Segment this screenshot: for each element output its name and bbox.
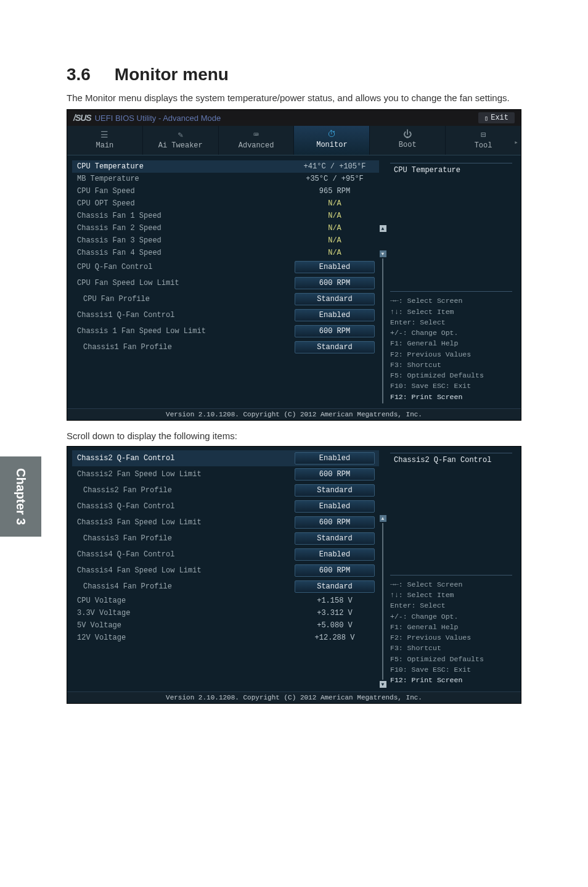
row-label: CPU Fan Speed: [73, 187, 292, 196]
tab-main[interactable]: ☰Main: [67, 126, 143, 155]
tab-label: Advanced: [239, 141, 274, 150]
setting-row[interactable]: 5V Voltage+5.080 V: [72, 619, 379, 632]
bios-window-1: /SUS UEFI BIOS Utility - Advanced Mode ▯…: [67, 109, 521, 421]
setting-row[interactable]: Chassis3 Fan ProfileStandard: [72, 530, 379, 547]
scroll-up-icon[interactable]: ▲: [380, 515, 386, 522]
row-value[interactable]: 600 RPM: [292, 468, 378, 481]
section-name: Monitor menu: [115, 65, 229, 84]
row-value[interactable]: 600 RPM: [292, 325, 378, 337]
row-label: CPU OPT Speed: [73, 199, 292, 208]
scroll-down-icon[interactable]: ▼: [380, 681, 386, 688]
row-label: 12V Voltage: [73, 633, 292, 642]
row-value: 965 RPM: [292, 187, 378, 196]
setting-row[interactable]: CPU Fan Speed965 RPM: [72, 185, 379, 197]
help-line: F1: General Help: [390, 338, 512, 349]
help-line: +/-: Change Opt.: [390, 328, 512, 338]
row-label: Chassis3 Fan Profile: [73, 534, 292, 543]
setting-row[interactable]: Chassis4 Fan ProfileStandard: [72, 579, 379, 595]
row-value[interactable]: Standard: [292, 341, 378, 353]
help-title-2: Chassis2 Q-Fan Control: [390, 453, 512, 467]
row-label: Chassis1 Fan Profile: [73, 343, 292, 352]
row-value[interactable]: Enabled: [292, 500, 378, 513]
help-line: F12: Print Screen: [390, 392, 512, 402]
advanced-icon: ⌨: [219, 130, 294, 140]
setting-row[interactable]: Chassis4 Fan Speed Low Limit600 RPM: [72, 563, 379, 579]
scroll-track[interactable]: ▲ ▼: [379, 160, 386, 405]
help-box: →←: Select Screen↑↓: Select ItemEnter: S…: [390, 291, 512, 402]
tab-label: Tool: [475, 141, 492, 150]
help-panel: CPU Temperature →←: Select Screen↑↓: Sel…: [386, 160, 516, 405]
setting-row[interactable]: CPU Temperature+41°C / +105°F: [72, 160, 379, 173]
row-value: N/A: [292, 249, 378, 257]
row-value[interactable]: 600 RPM: [292, 564, 378, 577]
bios-window-2: Chassis2 Q-Fan ControlEnabledChassis2 Fa…: [67, 446, 521, 704]
help-line: F2: Previous Values: [390, 632, 512, 643]
tab-advanced[interactable]: ⌨Advanced: [219, 126, 295, 155]
row-value[interactable]: Enabled: [292, 309, 378, 321]
setting-row[interactable]: Chassis Fan 1 SpeedN/A: [72, 210, 379, 222]
setting-row[interactable]: Chassis4 Q-Fan ControlEnabled: [72, 547, 379, 563]
row-value: N/A: [292, 236, 378, 245]
setting-row[interactable]: Chassis2 Q-Fan ControlEnabled: [72, 450, 379, 466]
setting-row[interactable]: Chassis Fan 2 SpeedN/A: [72, 222, 379, 234]
row-label: Chassis Fan 1 Speed: [73, 212, 292, 220]
row-value[interactable]: Standard: [292, 484, 378, 497]
setting-row[interactable]: 12V Voltage+12.288 V: [72, 632, 379, 644]
settings-panel-2: Chassis2 Q-Fan ControlEnabledChassis2 Fa…: [72, 450, 379, 688]
setting-row[interactable]: Chassis2 Fan ProfileStandard: [72, 482, 379, 498]
row-label: Chassis Fan 4 Speed: [73, 249, 292, 257]
setting-row[interactable]: Chassis Fan 3 SpeedN/A: [72, 234, 379, 247]
boot-icon: ⏻: [370, 130, 445, 139]
scroll-up-icon[interactable]: ▲: [380, 225, 386, 232]
setting-row[interactable]: Chassis1 Fan ProfileStandard: [72, 339, 379, 355]
tab-ai-tweaker[interactable]: ✎Ai Tweaker: [143, 126, 219, 155]
row-label: Chassis1 Q-Fan Control: [73, 311, 292, 320]
row-value[interactable]: 600 RPM: [292, 277, 378, 289]
row-value[interactable]: Standard: [292, 532, 378, 545]
row-value[interactable]: Standard: [292, 580, 378, 593]
bios-titlebar: /SUS UEFI BIOS Utility - Advanced Mode ▯…: [67, 110, 521, 126]
help-line: ↑↓: Select Item: [390, 307, 512, 317]
setting-row[interactable]: Chassis Fan 4 SpeedN/A: [72, 247, 379, 259]
setting-row[interactable]: CPU Fan Speed Low Limit600 RPM: [72, 275, 379, 291]
setting-row[interactable]: CPU Fan ProfileStandard: [72, 291, 379, 307]
row-value[interactable]: Enabled: [292, 548, 378, 561]
tab-monitor[interactable]: ⏱Monitor: [294, 126, 370, 155]
tab-boot[interactable]: ⏻Boot: [370, 126, 446, 155]
brand-logo: /SUS: [73, 113, 91, 123]
help-line: F12: Print Screen: [390, 675, 512, 685]
setting-row[interactable]: Chassis2 Fan Speed Low Limit600 RPM: [72, 466, 379, 482]
help-line: Enter: Select: [390, 600, 512, 611]
setting-row[interactable]: MB Temperature+35°C / +95°F: [72, 173, 379, 185]
scroll-track-2[interactable]: ▲ ▼: [379, 450, 386, 688]
help-line: ↑↓: Select Item: [390, 590, 512, 600]
help-line: →←: Select Screen: [390, 295, 512, 306]
row-value[interactable]: Enabled: [292, 452, 378, 464]
setting-row[interactable]: 3.3V Voltage+3.312 V: [72, 607, 379, 619]
help-line: F5: Optimized Defaults: [390, 654, 512, 664]
exit-label: Exit: [491, 113, 508, 122]
row-label: Chassis3 Fan Speed Low Limit: [73, 518, 292, 527]
row-value[interactable]: Standard: [292, 293, 378, 305]
setting-row[interactable]: CPU OPT SpeedN/A: [72, 197, 379, 210]
row-value[interactable]: Enabled: [292, 261, 378, 273]
setting-row[interactable]: Chassis 1 Fan Speed Low Limit600 RPM: [72, 323, 379, 339]
row-value: N/A: [292, 224, 378, 233]
ai-tweaker-icon: ✎: [143, 130, 218, 140]
chapter-tab: Chapter 3: [0, 456, 41, 537]
tab-tool[interactable]: ⊟Tool: [446, 126, 521, 155]
row-label: CPU Fan Speed Low Limit: [73, 279, 292, 287]
exit-button[interactable]: ▯ Exit: [478, 112, 515, 123]
row-value[interactable]: 600 RPM: [292, 516, 378, 529]
tab-bar: ☰Main✎Ai Tweaker⌨Advanced⏱Monitor⏻Boot⊟T…: [67, 126, 521, 155]
help-line: F10: Save ESC: Exit: [390, 381, 512, 391]
setting-row[interactable]: Chassis3 Fan Speed Low Limit600 RPM: [72, 514, 379, 530]
setting-row[interactable]: CPU Q-Fan ControlEnabled: [72, 259, 379, 275]
setting-row[interactable]: CPU Voltage+1.158 V: [72, 595, 379, 607]
row-value: N/A: [292, 212, 378, 220]
setting-row[interactable]: Chassis1 Q-Fan ControlEnabled: [72, 307, 379, 323]
row-label: Chassis Fan 3 Speed: [73, 236, 292, 245]
scroll-down-icon[interactable]: ▼: [380, 250, 386, 257]
main-icon: ☰: [67, 130, 142, 140]
setting-row[interactable]: Chassis3 Q-Fan ControlEnabled: [72, 498, 379, 514]
